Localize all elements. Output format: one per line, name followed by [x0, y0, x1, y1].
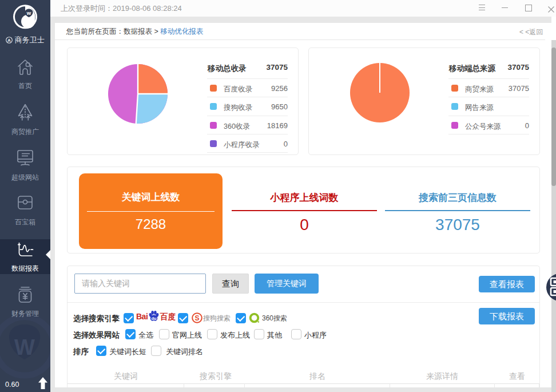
- svg-text:w: w: [26, 10, 31, 16]
- svg-text:du: du: [151, 316, 157, 321]
- svg-text:S: S: [194, 314, 199, 322]
- svg-text:W: W: [14, 335, 35, 359]
- svg-text:A: A: [7, 38, 11, 43]
